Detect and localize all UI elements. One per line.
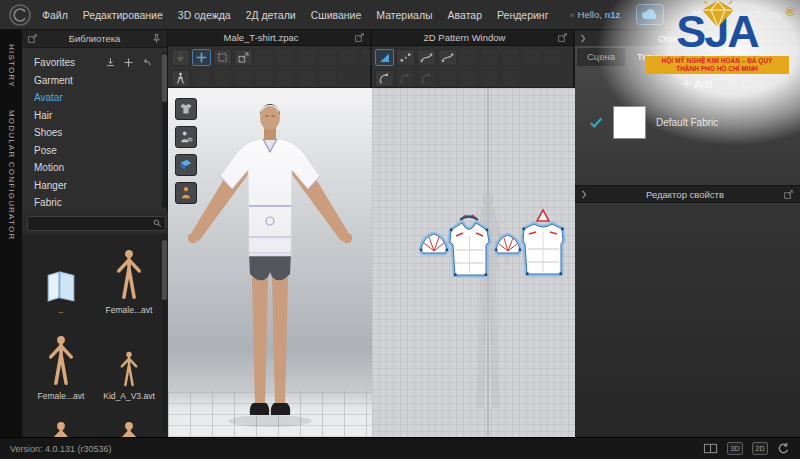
delete-fabric-button[interactable]: [779, 79, 790, 90]
menu-file[interactable]: Файл: [42, 9, 68, 21]
transform-pattern-tool[interactable]: [375, 49, 394, 66]
2d-pattern-canvas[interactable]: [372, 88, 575, 437]
split-view-icon[interactable]: [703, 441, 718, 456]
tab-scene[interactable]: Сцена: [577, 48, 625, 66]
2d-tool-7[interactable]: [501, 49, 520, 66]
3d-tool-8[interactable]: [318, 49, 337, 66]
cloud-sync-button[interactable]: [636, 4, 664, 25]
3d-viewport[interactable]: [168, 88, 372, 437]
library-item-pose[interactable]: Pose: [22, 142, 168, 160]
simulation-toggle[interactable]: SIMULATION: [690, 9, 782, 21]
popout-icon[interactable]: [354, 32, 365, 43]
2d-window-title: 2D Pattern Window: [372, 32, 557, 43]
2d-tool-5[interactable]: [459, 49, 478, 66]
thumb-female-avatar-2[interactable]: Female...avt: [30, 326, 92, 402]
3d-tool-12[interactable]: [213, 70, 232, 87]
show-mannequin-button[interactable]: [175, 182, 197, 204]
copy-fabric-button[interactable]: Copy: [727, 79, 765, 90]
transform-tool[interactable]: [234, 49, 253, 66]
3d-tool-17[interactable]: [318, 70, 337, 87]
2d-tool-14[interactable]: [480, 70, 499, 87]
select-move-tool[interactable]: [192, 49, 211, 66]
2d-tool-15[interactable]: [501, 70, 520, 87]
greeting-arrow-icon: »: [570, 10, 575, 20]
tab-fabric[interactable]: Ткань: [627, 48, 672, 66]
fabric-list-item[interactable]: Default Fabric: [575, 94, 800, 142]
avatar-figure-icon: [44, 334, 78, 390]
show-garment-button[interactable]: [175, 98, 197, 120]
menu-2d-pattern[interactable]: 2Д детали: [246, 9, 296, 21]
3d-tool-6[interactable]: [276, 49, 295, 66]
menu-3d-garment[interactable]: 3D одежда: [178, 9, 231, 21]
menu-render[interactable]: Рендеринг: [497, 9, 548, 21]
library-item-avatar[interactable]: Avatar: [22, 89, 168, 107]
menu-avatar[interactable]: Аватар: [448, 9, 482, 21]
3d-tool-7[interactable]: [297, 49, 316, 66]
menu-edit[interactable]: Редактирование: [83, 9, 163, 21]
sync-icon[interactable]: [777, 442, 790, 455]
tab-history[interactable]: HISTORY: [7, 38, 16, 94]
3d-tool-16[interactable]: [297, 70, 316, 87]
2d-tool-13[interactable]: [459, 70, 478, 87]
library-search-input[interactable]: [31, 217, 152, 229]
popout-icon[interactable]: [557, 32, 568, 43]
simulate-arrow-tool[interactable]: [171, 49, 190, 66]
add-fabric-button[interactable]: Add: [681, 79, 713, 90]
add-favorite-icon[interactable]: [123, 57, 134, 68]
fabric-actions: Add Copy: [575, 70, 800, 94]
edit-pattern-tool[interactable]: [396, 49, 415, 66]
2d-tool-11[interactable]: [417, 70, 436, 87]
expand-icon[interactable]: [783, 189, 794, 200]
thumb-parent-folder[interactable]: ..: [30, 240, 92, 316]
double-chevron-down-icon: [690, 9, 704, 21]
3d-tool-14[interactable]: [255, 70, 274, 87]
library-item-shoes[interactable]: Shoes: [22, 124, 168, 142]
library-item-motion[interactable]: Motion: [22, 159, 168, 177]
show-pattern-button[interactable]: [175, 154, 197, 176]
2d-tool-6[interactable]: [480, 49, 499, 66]
3d-tool-5[interactable]: [255, 49, 274, 66]
thumb-avatar-partial-1[interactable]: [30, 412, 92, 437]
view-2d-button[interactable]: 2D: [752, 442, 768, 455]
show-avatar-button[interactable]: [175, 126, 197, 148]
library-item-fabric[interactable]: Fabric: [22, 194, 168, 212]
library-list-scrollbar[interactable]: [162, 52, 167, 208]
thumbnails-scrollbar[interactable]: [162, 238, 167, 433]
undo-icon[interactable]: [141, 57, 152, 68]
download-icon[interactable]: [105, 57, 116, 68]
edit-curve-point-tool[interactable]: [438, 49, 457, 66]
library-item-hanger[interactable]: Hanger: [22, 177, 168, 195]
2d-tool-9[interactable]: [543, 49, 562, 66]
rotate-pattern-tool[interactable]: [375, 70, 394, 87]
2d-window-header: 2D Pattern Window: [372, 30, 573, 46]
search-icon[interactable]: [152, 218, 162, 228]
2d-tool-10[interactable]: [396, 70, 415, 87]
check-icon: [589, 115, 603, 129]
library-item-favorites[interactable]: Favorites: [22, 54, 168, 72]
2d-tool-12[interactable]: [438, 70, 457, 87]
menu-materials[interactable]: Материалы: [376, 9, 432, 21]
3d-tool-9[interactable]: [339, 49, 358, 66]
fabric-swatch[interactable]: [613, 106, 646, 139]
view-3d-button[interactable]: 3D: [727, 442, 743, 455]
thumb-avatar-partial-2[interactable]: [98, 412, 160, 437]
3d-tool-15[interactable]: [276, 70, 295, 87]
thumb-kid-avatar[interactable]: Kid_A_V3.avt: [98, 326, 160, 402]
tab-buttons[interactable]: Пуговицы: [674, 48, 737, 66]
status-bar: Version: 4.0.131 (r30536) 3D 2D: [0, 437, 800, 459]
3d-tool-11[interactable]: [192, 70, 211, 87]
box-select-tool[interactable]: [213, 49, 232, 66]
library-item-garment[interactable]: Garment: [22, 72, 168, 90]
edit-curvature-tool[interactable]: [417, 49, 436, 66]
2d-tool-8[interactable]: [522, 49, 541, 66]
menu-sewing[interactable]: Сшивание: [311, 9, 362, 21]
3d-tool-13[interactable]: [234, 70, 253, 87]
tab-modular-configurator[interactable]: MODULAR CONFIGURATOR: [7, 104, 16, 246]
clo3d-app-window: Файл Редактирование 3D одежда 2Д детали …: [0, 0, 800, 459]
pin-icon[interactable]: [151, 33, 162, 44]
panel-detach-icon[interactable]: [27, 33, 38, 44]
library-item-hair[interactable]: Hair: [22, 107, 168, 125]
thumb-female-avatar-1[interactable]: Female...avt: [98, 240, 160, 316]
plus-icon: [681, 79, 691, 89]
avatar-pose-tool[interactable]: [171, 70, 190, 87]
